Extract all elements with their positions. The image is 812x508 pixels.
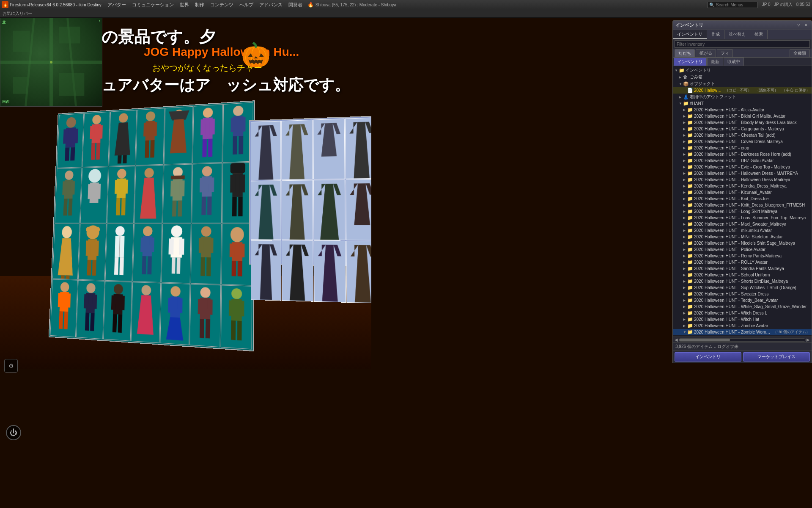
- typetab-new[interactable]: 最新: [707, 58, 723, 66]
- tree-item-26[interactable]: ▶ 📁 2020 Halloween HUNT - School Uniform: [673, 272, 812, 278]
- tree-item-0[interactable]: ▶ 📁 2020 Halloween HUNT - Alicia-Avatar: [673, 107, 812, 113]
- tree-item-15[interactable]: ▶ 📁 2020 Halloween HUNT - Knitt_Dress_bl…: [673, 202, 812, 208]
- inventory-help-button[interactable]: ?: [796, 23, 801, 28]
- svg-rect-163: [229, 300, 234, 316]
- subtab-recent[interactable]: ただち: [675, 49, 695, 57]
- top-menubar: 🔥 Firestorm-Releasex64 6.0.2.56680 - iki…: [0, 0, 812, 9]
- tree-root[interactable]: ▼ 📁 インベントリ: [673, 67, 812, 74]
- log-status: ログオフ未: [717, 344, 738, 350]
- search-menus-box[interactable]: 🔍 Search Menus: [707, 2, 758, 8]
- svg-rect-107: [149, 237, 154, 252]
- tree-item-11[interactable]: ▶ 📁 2020 Halloween HUNT - Halloween Dres…: [673, 177, 812, 183]
- tree-item-8[interactable]: ▶ 📁 2020 Halloween HUNT - DBZ Goku Avata…: [673, 157, 812, 164]
- tree-outfits[interactable]: ▶ 👗 着用中のアウトフィット: [673, 94, 812, 100]
- scrollbar-track[interactable]: [679, 338, 806, 342]
- svg-rect-59: [115, 180, 120, 194]
- tree-item-31[interactable]: ▶ 📁 2020 Halloween HUNT - White_Stag_Sma…: [673, 304, 812, 310]
- svg-rect-109: [148, 256, 152, 274]
- menu-communication[interactable]: コミュニケーション: [129, 1, 176, 8]
- tree-arrow-root: ▼: [675, 69, 679, 72]
- tree-item-30[interactable]: ▶ 📁 2020 Halloween HUNT - Teddy_Bear_Ava…: [673, 297, 812, 304]
- tree-item-27[interactable]: ▶ 📁 2020 Halloween HUNT - Shorts DirtBlu…: [673, 278, 812, 284]
- subtab-expand[interactable]: 拡がる: [696, 49, 716, 57]
- svg-point-8: [66, 117, 76, 128]
- svg-marker-34: [170, 119, 187, 153]
- subtab-type-dropdown[interactable]: 全種類: [790, 49, 810, 57]
- tree-item-9[interactable]: ▶ 📁 2020 Halloween HUNT - Evie - Crop To…: [673, 164, 812, 170]
- tree-item-2[interactable]: ▶ 📁 2020 Halloween HUNT - Bloody Mary dr…: [673, 119, 812, 126]
- tree-item-17[interactable]: ▶ 📁 2020 Halloween HUNT - Luas_Summer_Fu…: [673, 215, 812, 221]
- tab-create[interactable]: 作成: [707, 30, 724, 39]
- inventory-close-button[interactable]: ✕: [803, 22, 809, 28]
- svg-point-147: [142, 285, 151, 295]
- svg-rect-69: [170, 181, 176, 196]
- menu-develop[interactable]: 開発者: [286, 1, 305, 8]
- tree-item-21[interactable]: ▶ 📁 2020 Halloween HUNT - Nicole's Shirt…: [673, 240, 812, 246]
- typetab-storage[interactable]: 収蔵中: [724, 58, 744, 66]
- tree-item-29[interactable]: ▶ 📁 2020 Halloween HUNT - Sweater Dress: [673, 291, 812, 297]
- tree-item-34[interactable]: ▶ 📁 2020 Halloween HUNT - Zombie Avatar: [673, 323, 812, 329]
- tree-item-1[interactable]: ▶ 📁 2020 Halloween HUNT - Bikini Girl Ma…: [673, 113, 812, 119]
- svg-marker-154: [166, 317, 183, 340]
- svg-rect-90: [66, 275, 69, 279]
- svg-rect-82: [230, 175, 236, 193]
- tree-item-25[interactable]: ▶ 📁 2020 Halloween HUNT - Sandra Pants M…: [673, 265, 812, 272]
- filter-input[interactable]: [675, 40, 810, 48]
- tab-sort[interactable]: 並べ替え: [724, 30, 750, 39]
- tree-hant-folder[interactable]: ▼ 📁 #HANT: [673, 100, 812, 107]
- menu-avatar[interactable]: アバター: [105, 1, 129, 8]
- tree-trash[interactable]: ▶ 🗑 ごみ箱: [673, 74, 812, 80]
- tree-item-32[interactable]: ▶ 📁 2020 Halloween HUNT - Witch Dress L: [673, 310, 812, 316]
- tree-item-zombie-woman[interactable]: ▼ 📁 2020 Halloween HUNT - Zombie Woman A…: [673, 329, 812, 335]
- gear-icon[interactable]: ⚙: [4, 359, 18, 373]
- tree-item-13[interactable]: ▶ 📁 2020 Halloween HUNT - Kizunaai_Avata…: [673, 189, 812, 196]
- tree-item-22[interactable]: ▶ 📁 2020 Halloween HUNT - Police Avatar: [673, 246, 812, 253]
- svg-rect-128: [237, 261, 242, 276]
- marketplace-button[interactable]: マーケットプレイス: [743, 352, 810, 362]
- svg-marker-199: [333, 245, 341, 256]
- tree-item-6[interactable]: ▶ 📁 2020 Halloween HUNT - crop: [673, 145, 812, 151]
- tree-item-3[interactable]: ▶ 📁 2020 Halloween HUNT - Cargo pants - …: [673, 126, 812, 132]
- svg-marker-180: [255, 185, 262, 196]
- scroll-left-button[interactable]: ◀: [675, 337, 678, 342]
- tree-item-7[interactable]: ▶ 📁 2020 Halloween HUNT - Darkness Rose …: [673, 151, 812, 157]
- menu-help[interactable]: ヘルプ: [237, 1, 256, 8]
- tree-item-16[interactable]: ▶ 📁 2020 Halloween HUNT - Long Skirt Mai…: [673, 208, 812, 215]
- tree-item-10[interactable]: ▶ 📁 2020 Halloween HUNT - Halloween Dres…: [673, 170, 812, 177]
- tree-item-19[interactable]: ▶ 📁 2020 Halloween HUNT - mikumiku Avata…: [673, 227, 812, 234]
- svg-rect-72: [178, 201, 182, 217]
- inventory-subtabs: ただち 拡がる フィ 全種類: [673, 49, 812, 58]
- tree-item-24[interactable]: ▶ 📁 2020 Halloween HUNT - ROLLY Avatar: [673, 259, 812, 265]
- svg-point-129: [60, 282, 69, 292]
- subtab-filter[interactable]: フィ: [717, 49, 733, 57]
- tree-item-12[interactable]: ▶ 📁 2020 Halloween HUNT - Kendra_Dress_M…: [673, 183, 812, 189]
- menu-advanced[interactable]: アドバンス: [257, 1, 285, 8]
- clothes-cell-1: [251, 121, 281, 180]
- tree-item-23[interactable]: ▶ 📁 2020 Halloween HUNT - Remy Pants-Mai…: [673, 253, 812, 259]
- tree-item-5[interactable]: ▶ 📁 2020 Halloween HUNT - Coven Dress Ma…: [673, 138, 812, 145]
- tree-hud-item[interactable]: 📄 2020 Halloween Hunt HUD （コピー不可） （議集不可）…: [673, 87, 812, 94]
- tree-item-28[interactable]: ▶ 📁 2020 Halloween HUNT - Sup Witches T-…: [673, 284, 812, 291]
- scrollbar-thumb[interactable]: [679, 339, 730, 341]
- scroll-right-button[interactable]: ▶: [807, 337, 810, 342]
- svg-marker-187: [333, 183, 341, 195]
- menu-world[interactable]: 世界: [177, 1, 192, 8]
- inventory-button[interactable]: インベントリ: [675, 352, 741, 362]
- svg-marker-189: [350, 183, 358, 195]
- tree-item-20[interactable]: ▶ 📁 2020 Halloween HUNT - MiNi_Skeleton_…: [673, 234, 812, 240]
- tree-item-4[interactable]: ▶ 📁 2020 Halloween HUNT - Cheetah Tail (…: [673, 132, 812, 138]
- menu-content[interactable]: コンテンツ: [208, 1, 236, 8]
- halloween-title: JOG Happy Halloween Hu...: [144, 45, 299, 59]
- tree-item-14[interactable]: ▶ 📁 2020 Halloween HUNT - Knit_Dress-Ice: [673, 196, 812, 202]
- power-button[interactable]: ⏻: [6, 425, 21, 440]
- tree-item-33[interactable]: ▶ 📁 2020 Halloween HUNT - Witch Hat: [673, 316, 812, 323]
- filter-row: [673, 39, 812, 49]
- tree-objects[interactable]: ▼ 📦 オブジェクト: [673, 80, 812, 87]
- typetab-inventory[interactable]: インベントリ: [674, 58, 707, 66]
- menu-build[interactable]: 制作: [192, 1, 207, 8]
- tab-search[interactable]: 検索: [750, 30, 768, 39]
- tab-inventory[interactable]: インベントリ: [673, 30, 707, 39]
- svg-rect-45: [233, 136, 237, 155]
- tree-item-18[interactable]: ▶ 📁 2020 Halloween HUNT - Maxi_Sweater_M…: [673, 221, 812, 227]
- clothes-cell-9: [251, 240, 282, 301]
